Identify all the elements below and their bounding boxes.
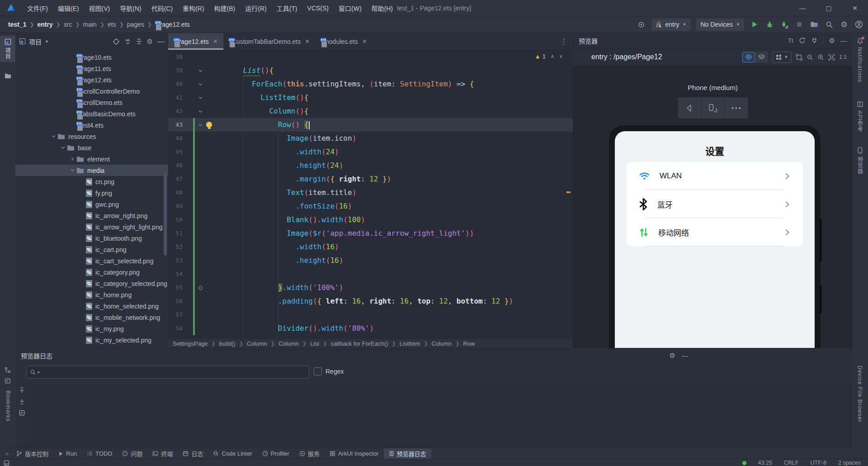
tree-scrollbar[interactable] [164, 173, 167, 256]
caret-position[interactable]: 43:25 [758, 460, 772, 466]
code-line[interactable]: 39 List(){ [168, 64, 573, 77]
editor-breadcrumb-item[interactable]: callback for ForEach() [330, 340, 388, 347]
settings-row-移动网络[interactable]: 移动网络 [627, 218, 803, 246]
run-config-dropdown[interactable]: entry ▼ [651, 19, 690, 31]
editor-breadcrumb-item[interactable]: ListItem [400, 340, 420, 347]
code-line[interactable]: 44 Image(item.icon) [168, 132, 573, 145]
tree-item-ic_cart.png[interactable]: ic_cart.png [15, 244, 168, 255]
log-search-field[interactable]: ▾ [26, 366, 309, 379]
previewer-settings-icon[interactable]: ⚙ [829, 37, 835, 44]
close-icon[interactable]: ✕ [362, 38, 367, 45]
code-line[interactable]: 58 Divider().width('80%') [168, 322, 573, 335]
tree-item-resources[interactable]: resources [15, 131, 168, 142]
hide-panel-icon[interactable]: — [157, 38, 165, 46]
log-output-area[interactable] [29, 383, 852, 448]
menu-item[interactable]: 代码(C) [146, 0, 178, 16]
tree-item-fy.png[interactable]: fy.png [15, 187, 168, 199]
account-icon[interactable] [854, 20, 863, 29]
toolbar-item-TODO[interactable]: TODO [82, 448, 117, 459]
frame-select-icon[interactable] [796, 54, 802, 61]
chevron-down-icon[interactable] [49, 134, 57, 139]
tree-item-cn.png[interactable]: cn.png [15, 176, 168, 187]
breadcrumb-item[interactable]: pages [127, 21, 144, 28]
attach-debugger-button[interactable] [780, 20, 789, 29]
refresh-icon[interactable] [799, 37, 806, 44]
editor-breadcrumb-item[interactable]: List [310, 340, 319, 347]
tree-item-ic_bluetooth.png[interactable]: ic_bluetooth.png [15, 233, 168, 244]
log-settings-icon[interactable]: ⚙ [670, 352, 675, 359]
api-reference-tab[interactable]: API参考 [852, 101, 868, 132]
collapse-all-icon[interactable] [136, 38, 142, 45]
code-line[interactable]: 56 .padding({ left: 16, right: 16, top: … [168, 295, 573, 308]
bookmarks-tab-label[interactable]: Bookmarks [5, 390, 11, 422]
hide-previewer-icon[interactable]: — [840, 37, 847, 44]
fold-marker-icon[interactable] [196, 91, 204, 105]
fold-marker-icon[interactable] [196, 64, 204, 77]
next-warning-icon[interactable]: ∨ [559, 53, 563, 59]
menu-item[interactable]: 导航(N) [115, 0, 146, 16]
code-editor[interactable]: 3839 List(){40 ForEach(this.settingItems… [168, 50, 573, 339]
search-input[interactable] [41, 368, 287, 376]
tree-item-ScrollControllerDemo[interactable]: ETSScrollControllerDemo [15, 86, 168, 97]
close-icon[interactable]: ✕ [305, 38, 310, 45]
structure-tool-icon[interactable] [0, 367, 15, 373]
minimize-button[interactable]: — [789, 0, 816, 16]
tab-CustomTabBarDemo.ets[interactable]: ETSCustomTabBarDemo.ets✕ [223, 33, 315, 50]
problems-tool-icon[interactable] [0, 378, 15, 384]
locate-file-icon[interactable] [113, 38, 120, 45]
tree-item-ic_cart_selected.png[interactable]: ic_cart_selected.png [15, 255, 168, 266]
device-dropdown[interactable]: No Devices ▼ [696, 19, 744, 31]
breadcrumb-item[interactable]: ets [108, 21, 116, 28]
fold-marker-icon[interactable] [196, 281, 204, 295]
menu-item[interactable]: 视图(V) [84, 0, 115, 16]
tree-item-ic_my_selected.png[interactable]: ic_my_selected.png [15, 334, 168, 346]
tree-item-ic_category_selected.png[interactable]: ic_category_selected.png [15, 278, 168, 289]
code-line[interactable]: 43 Row() { [168, 118, 573, 132]
tree-item-ic_arrow_right.png[interactable]: ic_arrow_right.png [15, 210, 168, 221]
toolbar-item-Profiler[interactable]: Profiler [257, 448, 294, 459]
zoom-actual-icon[interactable]: 1:1 [839, 54, 847, 60]
editor-breadcrumb-item[interactable]: Row [463, 340, 475, 347]
tree-item-TabsBasicDemo.ets[interactable]: ETSTabsBasicDemo.ets [15, 108, 168, 119]
code-line[interactable]: 54 [168, 267, 573, 281]
code-line[interactable]: 50 Blank().width(100) [168, 213, 573, 227]
tree-item-test4.ets[interactable]: ETStest4.ets [15, 119, 168, 131]
code-line[interactable]: 57 [168, 308, 573, 322]
chevron-right-icon[interactable] [68, 157, 76, 162]
toolbar-item-Run[interactable]: Run [53, 448, 82, 459]
file-encoding[interactable]: UTF-8 [811, 460, 826, 466]
toolbar-item-预览器日志[interactable]: 预览器日志 [384, 448, 431, 459]
zoom-in-icon[interactable] [817, 54, 824, 61]
editor-breadcrumb-item[interactable]: Column [278, 340, 299, 347]
more-options-button[interactable] [725, 97, 748, 119]
run-button[interactable] [750, 20, 759, 29]
rotate-device-button[interactable] [701, 97, 724, 119]
tree-item-ic_my.png[interactable]: ic_my.png [15, 323, 168, 334]
fit-screen-icon[interactable] [828, 54, 835, 61]
regex-checkbox[interactable] [314, 367, 322, 376]
code-line[interactable]: 38 [168, 50, 573, 64]
tab-options-icon[interactable]: ⋮ [555, 33, 573, 50]
scroll-up-icon[interactable] [19, 387, 25, 393]
editor-breadcrumb-item[interactable]: Column [432, 340, 452, 347]
close-button[interactable]: ✕ [842, 0, 868, 16]
toolbar-item-服务[interactable]: 服务 [294, 448, 325, 459]
menu-item[interactable]: 运行(R) [240, 0, 271, 16]
intention-bulb-icon[interactable] [206, 122, 212, 128]
sidebar-tab-project[interactable]: 项目 [0, 36, 15, 62]
tree-item-ScrollDemo.ets[interactable]: ETSScrollDemo.ets [15, 97, 168, 108]
device-file-browser-tab[interactable]: Device File Browser [852, 366, 868, 423]
menu-item[interactable]: 窗口(W) [334, 0, 367, 16]
plug-icon[interactable] [811, 37, 818, 44]
toolbar-item-问题[interactable]: 问题 [117, 448, 147, 459]
menu-item[interactable]: 工具(T) [272, 0, 302, 16]
code-line[interactable]: 42 Column(){ [168, 105, 573, 118]
code-line[interactable]: 46 .height(24) [168, 159, 573, 172]
menu-item[interactable]: VCS(S) [302, 0, 334, 16]
tree-item-ic_mobile_network.png[interactable]: ic_mobile_network.png [15, 312, 168, 323]
notifications-tab[interactable]: Notifications [852, 38, 868, 82]
tree-item-ic_arrow_right_light.png[interactable]: ic_arrow_right_light.png [15, 221, 168, 233]
regex-option[interactable]: Regex [314, 367, 344, 376]
code-line[interactable]: 48 Text(item.title) [168, 186, 573, 200]
phone-screen[interactable]: 设置 WLAN蓝牙移动网络 [615, 131, 815, 348]
